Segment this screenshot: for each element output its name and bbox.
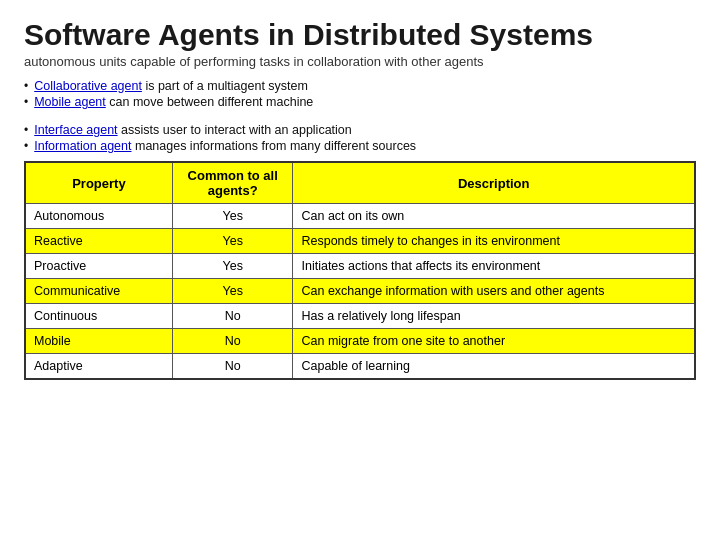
collaborative-agent-link[interactable]: Collaborative agent xyxy=(34,79,142,93)
bullet-dot-3: • xyxy=(24,123,28,137)
bullet-item-2: • Mobile agent can move between differen… xyxy=(24,95,696,109)
cell-property: Communicative xyxy=(25,279,172,304)
cell-common: Yes xyxy=(172,279,293,304)
cell-property: Continuous xyxy=(25,304,172,329)
table-row: ContinuousNoHas a relatively long lifesp… xyxy=(25,304,695,329)
table-row: MobileNoCan migrate from one site to ano… xyxy=(25,329,695,354)
cell-property: Proactive xyxy=(25,254,172,279)
bullet-group-1: • Collaborative agent is part of a multi… xyxy=(24,79,696,109)
cell-common: Yes xyxy=(172,204,293,229)
page-title: Software Agents in Distributed Systems xyxy=(24,18,696,52)
cell-description: Can migrate from one site to another xyxy=(293,329,695,354)
table-row: ReactiveYesResponds timely to changes in… xyxy=(25,229,695,254)
cell-description: Has a relatively long lifespan xyxy=(293,304,695,329)
cell-property: Mobile xyxy=(25,329,172,354)
bullet-dot-1: • xyxy=(24,79,28,93)
cell-common: No xyxy=(172,354,293,380)
bullet-text-3: Interface agent assists user to interact… xyxy=(34,123,352,137)
cell-common: Yes xyxy=(172,229,293,254)
cell-common: No xyxy=(172,304,293,329)
table-row: ProactiveYesInitiates actions that affec… xyxy=(25,254,695,279)
cell-description: Capable of learning xyxy=(293,354,695,380)
table-row: AutonomousYesCan act on its own xyxy=(25,204,695,229)
bullet-item-1: • Collaborative agent is part of a multi… xyxy=(24,79,696,93)
agents-table: Property Common to all agents? Descripti… xyxy=(24,161,696,380)
mobile-agent-link[interactable]: Mobile agent xyxy=(34,95,106,109)
cell-common: Yes xyxy=(172,254,293,279)
table-row: AdaptiveNoCapable of learning xyxy=(25,354,695,380)
header-description: Description xyxy=(293,162,695,204)
bullet-text-4: Information agent manages informations f… xyxy=(34,139,416,153)
information-agent-link[interactable]: Information agent xyxy=(34,139,131,153)
cell-description: Initiates actions that affects its envir… xyxy=(293,254,695,279)
cell-property: Adaptive xyxy=(25,354,172,380)
bullet-text-2: Mobile agent can move between different … xyxy=(34,95,313,109)
interface-agent-link[interactable]: Interface agent xyxy=(34,123,117,137)
cell-property: Autonomous xyxy=(25,204,172,229)
bullet-item-3: • Interface agent assists user to intera… xyxy=(24,123,696,137)
bullet-dot-2: • xyxy=(24,95,28,109)
bullet-item-4: • Information agent manages informations… xyxy=(24,139,696,153)
header-property: Property xyxy=(25,162,172,204)
cell-description: Responds timely to changes in its enviro… xyxy=(293,229,695,254)
cell-common: No xyxy=(172,329,293,354)
cell-description: Can exchange information with users and … xyxy=(293,279,695,304)
bullet-group-2: • Interface agent assists user to intera… xyxy=(24,123,696,153)
bullet-text-1: Collaborative agent is part of a multiag… xyxy=(34,79,308,93)
page-container: Software Agents in Distributed Systems a… xyxy=(0,0,720,540)
table-row: CommunicativeYesCan exchange information… xyxy=(25,279,695,304)
page-subtitle: autonomous units capable of performing t… xyxy=(24,54,696,69)
header-common: Common to all agents? xyxy=(172,162,293,204)
cell-description: Can act on its own xyxy=(293,204,695,229)
bullet-dot-4: • xyxy=(24,139,28,153)
cell-property: Reactive xyxy=(25,229,172,254)
